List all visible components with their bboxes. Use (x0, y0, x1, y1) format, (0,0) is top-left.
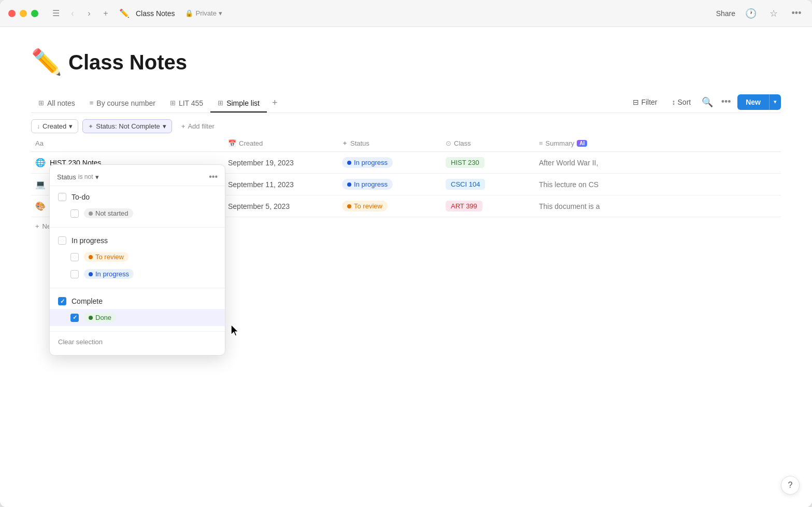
col-header-class[interactable]: ⊙ Class (446, 139, 539, 147)
page-header: ✏️ Class Notes (31, 48, 781, 77)
done-pill: Done (84, 313, 116, 322)
star-icon[interactable]: ☆ (766, 6, 781, 21)
sort-arrow-icon: ↓ (37, 123, 40, 130)
new-main-button[interactable]: New (737, 94, 769, 110)
class-col-icon: ⊙ (446, 139, 451, 147)
hamburger-icon[interactable]: ☰ (49, 6, 63, 21)
status-filter-icon: ✦ (88, 123, 93, 130)
to-review-item[interactable]: To review (50, 248, 225, 265)
tab-add-button[interactable]: + (267, 93, 283, 112)
inprogress-group-checkbox (58, 236, 66, 245)
in-progress-sub-item[interactable]: In progress (50, 265, 225, 283)
in-progress-sub-checkbox (70, 270, 79, 278)
tab-all-notes[interactable]: ⊞ All notes (31, 95, 82, 112)
in-progress-sub-label: In progress (95, 270, 129, 278)
created-filter-chip[interactable]: ↓ Created ▾ (31, 119, 78, 133)
help-button[interactable]: ? (781, 476, 800, 495)
maximize-button[interactable] (31, 10, 38, 17)
nav-forward-button[interactable]: › (82, 6, 96, 21)
add-filter-button[interactable]: + Add filter (176, 120, 220, 133)
content-area: ✏️ Class Notes ⊞ All notes ≡ By course n… (0, 27, 812, 507)
tabs-toolbar: ⊟ Filter ↕ Sort 🔍 ••• New ▾ (628, 94, 781, 112)
more-options-button[interactable]: ••• (719, 95, 733, 109)
dropdown-header: Status is not ▾ ••• (50, 170, 225, 186)
col-header-status[interactable]: ✦ Status (342, 139, 446, 147)
done-dot (89, 316, 93, 320)
filter-button[interactable]: ⊟ Filter (628, 95, 662, 109)
tab-by-course[interactable]: ≡ By course number (82, 95, 163, 112)
done-checkbox (70, 314, 79, 322)
traffic-lights (8, 10, 38, 17)
row-class-1: HIST 230 (446, 157, 539, 168)
pencil-icon: ✏️ (119, 8, 130, 18)
tab-lit455[interactable]: ⊞ LIT 455 (163, 95, 210, 112)
not-started-item[interactable]: Not started (50, 205, 225, 222)
row-class-3: ART 399 (446, 201, 539, 212)
status-badge-1: In progress (342, 157, 393, 168)
todo-group-item[interactable]: To-do (50, 189, 225, 205)
row-created-1: September 19, 2023 (228, 159, 342, 167)
close-button[interactable] (8, 10, 16, 17)
inprogress-group-item[interactable]: In progress (50, 233, 225, 248)
col-header-summary[interactable]: ≡ Summary AI (539, 139, 781, 147)
created-filter-label: Created (42, 122, 66, 130)
row-status-1: In progress (342, 157, 446, 168)
titlebar: ☰ ‹ › + ✏️ Class Notes 🔒 Private ▾ Share… (0, 0, 812, 27)
status-badge-2: In progress (342, 179, 393, 190)
history-icon[interactable]: 🕐 (744, 6, 758, 21)
sort-button[interactable]: ↕ Sort (667, 95, 696, 109)
minimize-button[interactable] (20, 10, 27, 17)
status-label-2: In progress (354, 180, 388, 188)
complete-group-item[interactable]: Complete (50, 293, 225, 309)
inprogress-group: In progress To review In progress (50, 230, 225, 286)
class-badge-1: HIST 230 (446, 157, 485, 168)
todo-group: To-do Not started (50, 186, 225, 225)
to-review-checkbox (70, 253, 79, 261)
add-row-plus-icon: + (35, 222, 39, 230)
privacy-label: Private (195, 9, 216, 17)
app-window: ☰ ‹ › + ✏️ Class Notes 🔒 Private ▾ Share… (0, 0, 812, 507)
created-col-icon: 📅 (228, 139, 236, 147)
status-filter-chevron: ▾ (163, 122, 166, 130)
sort-icon: ↕ (672, 98, 676, 106)
page-emoji: ✏️ (31, 48, 62, 77)
all-notes-icon: ⊞ (38, 99, 44, 107)
status-filter-chip[interactable]: ✦ Status: Not Complete ▾ (82, 119, 172, 133)
new-caret-button[interactable]: ▾ (769, 94, 781, 110)
tab-simple-list[interactable]: ⊞ Simple list (210, 95, 267, 112)
not-started-label: Not started (95, 209, 129, 217)
dropdown-more-button[interactable]: ••• (209, 172, 218, 181)
status-label-1: In progress (354, 159, 388, 166)
done-item[interactable]: Done (50, 309, 225, 326)
to-review-pill: To review (84, 252, 129, 262)
ai-badge: AI (577, 140, 587, 147)
lock-icon: 🔒 (185, 9, 193, 17)
not-started-dot (89, 212, 93, 216)
dropdown-title: Status (57, 173, 76, 181)
status-dot-1 (347, 161, 351, 165)
more-icon[interactable]: ••• (789, 6, 804, 21)
dropdown-condition-chevron: ▾ (95, 173, 99, 181)
to-review-dot (89, 255, 93, 259)
class-badge-2: CSCI 104 (446, 179, 485, 190)
is-not-label: is not (78, 173, 93, 180)
not-started-pill: Not started (84, 208, 133, 218)
complete-group: Complete Done (50, 290, 225, 329)
row-status-3: To review (342, 201, 446, 212)
divider-2 (50, 288, 225, 288)
status-filter-dropdown: Status is not ▾ ••• To-do Not started (49, 164, 225, 356)
search-button[interactable]: 🔍 (700, 95, 715, 109)
divider-3 (50, 331, 225, 332)
privacy-button[interactable]: 🔒 Private ▾ (181, 8, 226, 19)
clear-selection-button[interactable]: Clear selection (50, 334, 225, 350)
summary-col-icon: ≡ (539, 139, 543, 147)
add-filter-plus-icon: + (181, 122, 186, 130)
nav-back-button[interactable]: ‹ (65, 6, 80, 21)
share-button[interactable]: Share (716, 9, 735, 18)
nav-add-button[interactable]: + (98, 6, 113, 21)
chevron-down-icon: ▾ (219, 9, 222, 17)
status-badge-3: To review (342, 201, 388, 212)
col-header-created[interactable]: 📅 Created (228, 139, 342, 147)
status-dot-3 (347, 204, 351, 208)
new-button-group: New ▾ (737, 94, 781, 110)
